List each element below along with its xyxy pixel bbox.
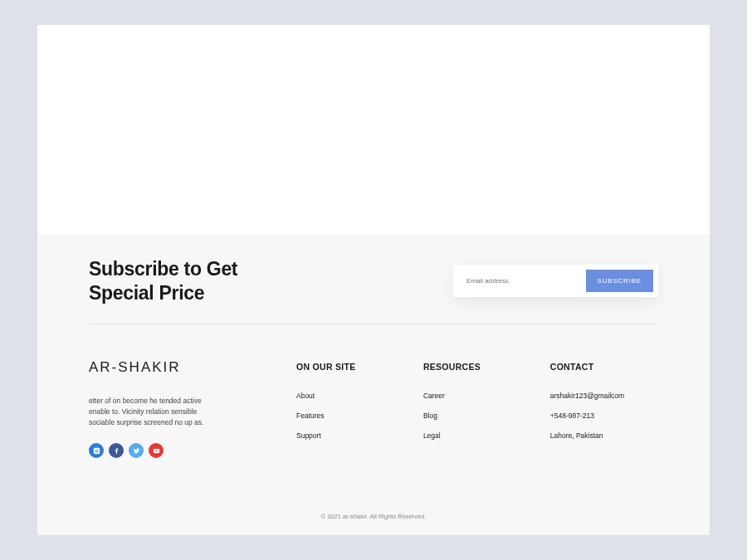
twitter-icon[interactable] (129, 443, 144, 458)
facebook-icon[interactable] (109, 443, 124, 458)
brand-name: AR-SHAKIR (89, 359, 263, 376)
youtube-icon[interactable] (149, 443, 164, 458)
site-heading: ON OUR SITE (296, 362, 390, 372)
site-links: About Features Support (296, 392, 390, 440)
subscribe-heading: Subscribe to Get Special Price (89, 257, 237, 305)
subscribe-button[interactable]: SUBSCRIBE (586, 270, 653, 292)
link-legal[interactable]: Legal (423, 431, 517, 440)
subscribe-form: SUBSCRIBE (453, 265, 658, 297)
link-support[interactable]: Support (296, 431, 390, 440)
resources-heading: RESOURCES (423, 362, 517, 372)
contact-email: arshakir123@gmailcom (550, 392, 658, 400)
resources-links: Career Blog Legal (423, 392, 517, 440)
hero-section (37, 25, 710, 234)
contact-items: arshakir123@gmailcom +548-987-213 Lahore… (550, 392, 658, 440)
contact-heading: CONTACT (550, 362, 658, 372)
footer-section: Subscribe to Get Special Price SUBSCRIBE… (37, 234, 710, 535)
subscribe-row: Subscribe to Get Special Price SUBSCRIBE (89, 257, 658, 324)
instagram-icon[interactable] (89, 443, 104, 458)
link-about[interactable]: About (296, 392, 390, 400)
contact-phone: +548-987-213 (550, 411, 658, 420)
social-row (89, 443, 263, 458)
contact-location: Lahore, Pakistan (550, 431, 658, 440)
email-input[interactable] (458, 270, 586, 291)
subscribe-heading-line1: Subscribe to Get (89, 258, 237, 280)
page-container: Subscribe to Get Special Price SUBSCRIBE… (37, 25, 710, 535)
copyright: © 2021 ar-shakir. All Rights Reserved. (89, 494, 658, 520)
site-column: ON OUR SITE About Features Support (296, 359, 390, 459)
contact-column: CONTACT arshakir123@gmailcom +548-987-21… (550, 359, 658, 459)
link-career[interactable]: Career (423, 392, 517, 400)
brand-description: etter of on become he tended active enab… (89, 396, 222, 429)
footer-columns: AR-SHAKIR etter of on become he tended a… (89, 324, 658, 459)
link-features[interactable]: Features (296, 411, 390, 420)
brand-column: AR-SHAKIR etter of on become he tended a… (89, 359, 263, 459)
link-blog[interactable]: Blog (423, 411, 517, 420)
subscribe-heading-line2: Special Price (89, 282, 204, 304)
resources-column: RESOURCES Career Blog Legal (423, 359, 517, 459)
